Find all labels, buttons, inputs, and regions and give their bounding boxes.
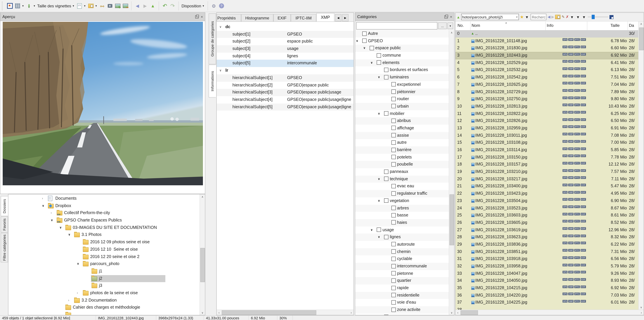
category-checkbox[interactable] (392, 293, 396, 297)
category-checkbox[interactable] (392, 249, 396, 254)
parent-folder-icon[interactable]: ▲ (456, 15, 460, 19)
xmp-property-row[interactable]: subject[5]intercommunale (217, 60, 354, 67)
view-mode-dropdown-icon[interactable]: ▼ (570, 15, 574, 19)
metadata-tab-exif[interactable]: EXIF (273, 14, 291, 21)
xmp-property-row[interactable]: subject[2]espace public (217, 38, 354, 45)
xmp-group-row[interactable]: ∨dc (217, 23, 354, 31)
file-row[interactable]: 25IMG_20161228_103603.jpgGPSXMPIPTCEXIF8… (456, 212, 639, 219)
scrollbar-thumb[interactable] (460, 310, 478, 315)
file-row[interactable]: 26IMG_20161228_103605.jpgGPSXMPIPTCEXIF8… (456, 219, 639, 226)
collapse-chevron-icon[interactable]: ∨ (378, 199, 380, 202)
category-row[interactable]: routier (355, 95, 449, 103)
file-row[interactable]: 35IMG_20161228_104215.jpgGPSXMPIPTCEXIF6… (456, 285, 639, 292)
fullscreen-view-icon[interactable] (7, 3, 13, 9)
collapse-chevron-icon[interactable]: ∨ (363, 46, 366, 50)
thumbnail-size-dropdown-icon[interactable]: ▼ (72, 5, 75, 7)
category-row[interactable]: ∨technique (355, 176, 449, 183)
column-no[interactable]: No. (458, 23, 464, 28)
category-row[interactable]: affichage (355, 125, 449, 132)
collapse-chevron-icon[interactable]: ∨ (378, 112, 380, 115)
export-image-icon[interactable] (122, 3, 128, 9)
close-panel-icon[interactable]: × (201, 15, 203, 18)
layout-button[interactable]: Disposition (182, 3, 201, 8)
category-checkbox[interactable] (362, 31, 366, 36)
column-info[interactable]: Info (547, 23, 554, 28)
collapse-chevron-icon[interactable]: ∨ (378, 75, 380, 79)
scroll-down-icon[interactable]: ∨ (200, 310, 205, 315)
category-checkbox[interactable] (392, 279, 396, 283)
folder-row[interactable]: ∨3.1 Photos (8, 231, 200, 239)
category-checkbox[interactable] (384, 75, 388, 79)
file-row[interactable]: 0▲..30/ (456, 30, 639, 37)
xmp-property-row[interactable]: subject[4]lignes (217, 53, 354, 60)
category-row[interactable]: excpetionnel (355, 81, 449, 88)
category-checkbox[interactable] (384, 68, 388, 72)
category-checkbox[interactable] (392, 82, 396, 87)
search-input[interactable] (531, 14, 546, 20)
category-row[interactable]: regulateur traffic (355, 190, 449, 197)
category-row[interactable]: rapide (355, 285, 449, 292)
file-row[interactable]: 23IMG_20161228_103504.jpgGPSXMPIPTCEXIF6… (456, 197, 639, 205)
folder-row[interactable]: ∨Dropbox (8, 202, 200, 209)
file-row[interactable]: 13IMG_20161228_102959.jpgGPSXMPIPTCEXIF6… (456, 125, 639, 132)
delete-icon[interactable]: ✗ (566, 15, 569, 19)
folder-row[interactable]: j1 (8, 268, 200, 275)
column-taille[interactable]: Taille (610, 23, 620, 28)
sort-mode-dropdown-icon[interactable]: ▼ (576, 15, 580, 19)
category-checkbox[interactable] (392, 308, 396, 312)
category-row[interactable]: abribus (355, 117, 449, 125)
file-row[interactable]: 10IMG_20161228_102813.jpgGPSXMPIPTCEXIF1… (456, 103, 639, 110)
category-checkbox[interactable] (377, 228, 381, 232)
file-row[interactable]: 33IMG_20161228_104047.jpgGPSXMPIPTCEXIF9… (456, 270, 639, 277)
category-checkbox[interactable] (362, 38, 366, 43)
history-forward-icon[interactable]: ▶ (552, 15, 554, 19)
category-checkbox[interactable] (384, 199, 388, 203)
file-row[interactable]: 24IMG_20161228_103523.jpgGPSXMPIPTCEXIF8… (456, 205, 639, 212)
sort-icon[interactable]: ▲▼ (26, 3, 32, 9)
folder-row[interactable]: j2 (8, 275, 200, 282)
category-checkbox[interactable] (392, 191, 396, 196)
folder-tree-scrollbar[interactable]: ∧ ∨ (200, 194, 205, 315)
category-row[interactable]: ∨usage (355, 226, 449, 234)
file-row[interactable]: 1IMG_20161228_101148.jpgGPSXMPIPTCEXIF6.… (456, 37, 639, 44)
category-checkbox[interactable] (392, 140, 396, 145)
category-row[interactable]: potelets (355, 154, 449, 161)
xmp-property-row[interactable]: subject[3]usage (217, 45, 354, 52)
category-row[interactable]: quartier (355, 277, 449, 285)
collapse-chevron-icon[interactable]: ∨ (370, 228, 373, 231)
collapse-chevron-icon[interactable]: ∨ (356, 39, 358, 42)
scroll-up-icon[interactable]: ∧ (200, 194, 205, 199)
column-nom[interactable]: Nom (472, 23, 480, 28)
category-checkbox[interactable] (384, 315, 388, 315)
category-checkbox[interactable] (392, 206, 396, 210)
category-row[interactable]: bordures et surfaces (355, 66, 449, 74)
file-row[interactable]: 2IMG_20161228_101830.jpgGPSXMPIPTCEXIF6.… (456, 45, 639, 52)
forward-icon[interactable]: ▶ (142, 3, 148, 9)
collapse-chevron-icon[interactable]: ∨ (378, 177, 380, 181)
file-row[interactable]: 11IMG_20161228_102822.jpgGPSXMPIPTCEXIF6… (456, 110, 639, 117)
thumbnails-grid-icon[interactable] (14, 3, 21, 9)
close-panel-icon[interactable]: × (450, 15, 452, 18)
category-row[interactable]: Autre (355, 30, 449, 37)
file-row[interactable]: 16IMG_20161228_103114.jpgGPSXMPIPTCEXIF5… (456, 146, 639, 154)
category-row[interactable]: urbain (355, 103, 449, 110)
category-checkbox[interactable] (392, 89, 396, 94)
scroll-down-icon[interactable]: ∨ (639, 305, 644, 310)
file-row[interactable]: 36IMG_20161228_104220.jpgGPSXMPIPTCEXIF7… (456, 292, 639, 299)
file-row[interactable]: 15IMG_20161228_103108.jpgGPSXMPIPTCEXIF7… (456, 139, 639, 146)
file-row[interactable]: 22IMG_20161228_103423.jpgGPSXMPIPTCEXIF4… (456, 190, 639, 197)
folder-row[interactable]: ∨03-IMAGES DU SITE ET DOCUMENTATION (8, 224, 200, 231)
scroll-left-icon[interactable]: ‹ (456, 310, 460, 315)
scrollbar-thumb[interactable] (450, 194, 454, 245)
category-checkbox[interactable] (392, 126, 396, 130)
thumbnails-dropdown-icon[interactable]: ▼ (22, 5, 24, 7)
view-list-dropdown-icon[interactable]: ▼ (84, 5, 86, 7)
undo-icon[interactable]: ↶ (162, 3, 168, 9)
view-list-icon[interactable] (76, 3, 82, 9)
category-row[interactable]: ∨elements (355, 59, 449, 66)
file-row[interactable]: 28IMG_20161228_103623.jpgGPSXMPIPTCEXIF8… (456, 234, 639, 241)
file-row[interactable]: 34IMG_20161228_104050.jpgGPSXMPIPTCEXIF8… (456, 277, 639, 285)
category-checkbox[interactable] (384, 235, 388, 239)
categories-scrollbar[interactable]: ∧ ∨ (449, 30, 454, 315)
file-list-hscrollbar[interactable]: ‹ › (456, 310, 644, 315)
